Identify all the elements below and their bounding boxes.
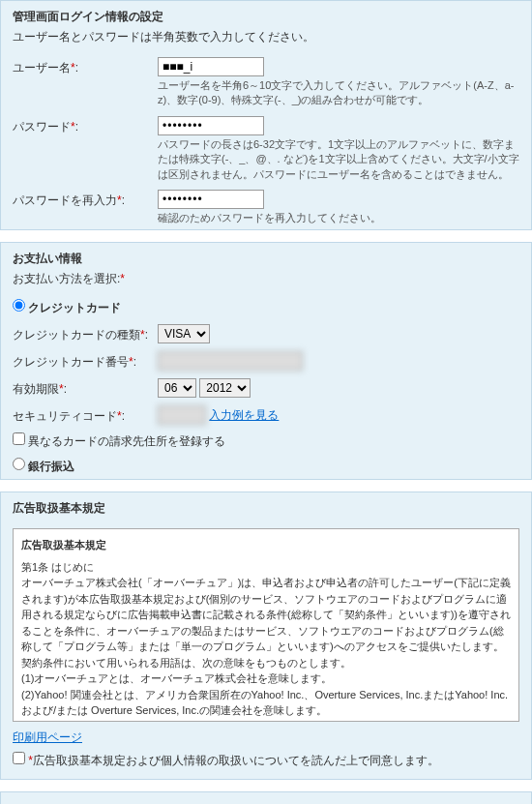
password2-row: パスワードを再入力*: 確認のためパスワードを再入力してください。 <box>1 186 531 229</box>
payment-title: お支払い情報 <box>1 243 531 271</box>
payment-desc: お支払い方法を選択: <box>13 272 120 285</box>
print-link[interactable]: 印刷用ページ <box>13 730 82 744</box>
username-input[interactable] <box>158 57 264 76</box>
agree-label: 広告取扱基本規定および個人情報の取扱いについてを読んだ上で同意します。 <box>33 754 439 767</box>
security-example-link[interactable]: 入力例を見る <box>209 408 279 422</box>
username-hint: ユーザー名を半角6～10文字で入力してください。アルファベット(A-Z、a-z)… <box>158 78 519 108</box>
password2-label: パスワードを再入力 <box>13 194 117 207</box>
cc-type-select[interactable]: VISA <box>158 324 210 343</box>
cc-number-input[interactable] <box>158 351 303 371</box>
bank-radio-label: 銀行振込 <box>28 460 74 473</box>
cc-radio-row: クレジットカード <box>1 295 531 320</box>
terms-textbox[interactable]: 広告取扱基本規定 第1条 はじめに オーバーチュア株式会社(「オーバーチュア」)… <box>13 528 519 722</box>
cc-number-row: クレジットカード番号*: <box>1 347 531 374</box>
agree-checkbox[interactable] <box>13 752 25 764</box>
password-row: パスワード*: パスワードの長さは6-32文字です。1文字以上のアルファベットに… <box>1 112 531 186</box>
password-label: パスワード <box>13 120 71 134</box>
terms-body: オーバーチュア株式会社(「オーバーチュア」)は、申込者および申込者の許可したユー… <box>21 575 511 722</box>
cc-radio[interactable] <box>13 299 25 312</box>
terms-box-title: 広告取扱基本規定 <box>21 537 511 553</box>
security-row: セキュリティコード*: 入力例を見る <box>1 402 531 429</box>
cc-number-label: クレジットカード番号 <box>13 355 129 369</box>
agree-row: *広告取扱基本規定および個人情報の取扱いについてを読んだ上で同意します。 <box>1 746 531 779</box>
captcha-section: **表示されたセキュリティコードを入力*: ***セキュリティコードはプログラム… <box>0 791 532 804</box>
bank-radio-row: 銀行振込 <box>1 454 531 479</box>
terms-article-title: 第1条 はじめに <box>21 559 511 576</box>
expiry-row: 有効期限*: 06 2012 <box>1 374 531 402</box>
cc-type-label: クレジットカードの種類 <box>13 328 140 342</box>
username-row: ユーザー名*: ユーザー名を半角6～10文字で入力してください。アルファベット(… <box>1 53 531 112</box>
terms-section: 広告取扱基本規定 広告取扱基本規定 第1条 はじめに オーバーチュア株式会社(「… <box>0 491 532 780</box>
login-desc: ユーザー名とパスワードは半角英数で入力してください。 <box>1 29 531 53</box>
cc-radio-label: クレジットカード <box>28 301 121 314</box>
bank-radio[interactable] <box>13 458 25 470</box>
terms-title: 広告取扱基本規定 <box>1 492 531 521</box>
diff-addr-checkbox[interactable] <box>13 432 25 445</box>
diff-addr-label: 異なるカードの請求先住所を登録する <box>28 434 225 448</box>
security-input[interactable] <box>158 405 206 425</box>
password-hint: パスワードの長さは6-32文字です。1文字以上のアルファベットに、数字または特殊… <box>158 137 519 182</box>
username-label: ユーザー名 <box>13 61 71 74</box>
expiry-year-select[interactable]: 2012 <box>199 378 251 398</box>
security-label: セキュリティコード <box>13 409 117 423</box>
cc-type-row: クレジットカードの種類*: VISA <box>1 320 531 347</box>
password2-hint: 確認のためパスワードを再入力してください。 <box>158 211 519 225</box>
password-input[interactable] <box>158 116 264 135</box>
login-section: 管理画面ログイン情報の設定 ユーザー名とパスワードは半角英数で入力してください。… <box>0 0 532 230</box>
login-title: 管理画面ログイン情報の設定 <box>1 1 531 29</box>
expiry-label: 有効期限 <box>13 382 59 396</box>
password2-input[interactable] <box>158 190 264 209</box>
payment-section: お支払い情報 お支払い方法を選択:* クレジットカード クレジットカードの種類*… <box>0 242 532 480</box>
expiry-month-select[interactable]: 06 <box>158 378 196 398</box>
diff-addr-row: 異なるカードの請求先住所を登録する <box>1 429 531 454</box>
